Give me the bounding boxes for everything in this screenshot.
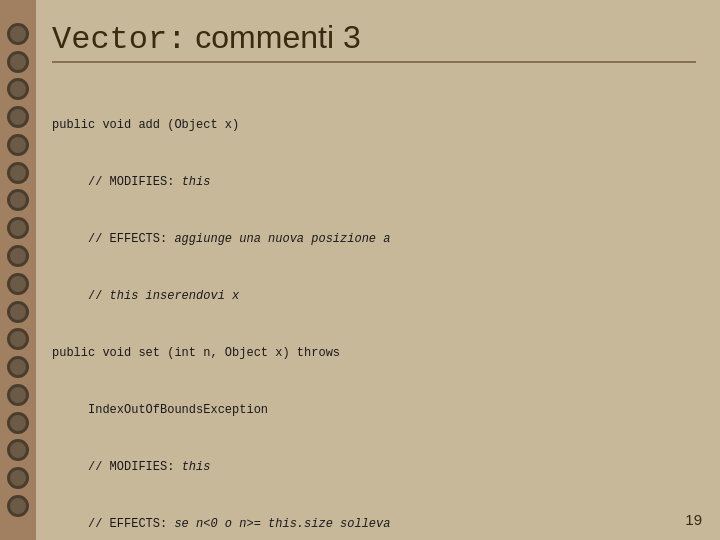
- code-line-4: // this inserendovi x: [52, 287, 696, 305]
- spiral-ring: [7, 356, 29, 378]
- code-line-5: public void set (int n, Object x) throws: [52, 344, 696, 362]
- spiral-ring: [7, 23, 29, 45]
- spiral-ring: [7, 162, 29, 184]
- slide: Vector: commenti 3 public void add (Obje…: [0, 0, 720, 540]
- spiral-ring: [7, 467, 29, 489]
- page-number: 19: [685, 511, 702, 528]
- code-line-3: // EFFECTS: aggiunge una nuova posizione…: [52, 230, 696, 248]
- code-block: public void add (Object x) // MODIFIES: …: [52, 77, 696, 540]
- spiral-ring: [7, 134, 29, 156]
- spiral-ring: [7, 217, 29, 239]
- spiral-ring: [7, 106, 29, 128]
- spiral-ring: [7, 495, 29, 517]
- code-line-8: // EFFECTS: se n<0 o n>= this.size solle…: [52, 515, 696, 533]
- slide-content: Vector: commenti 3 public void add (Obje…: [36, 0, 720, 540]
- title-normal-part: commenti 3: [186, 19, 360, 55]
- spiral-ring: [7, 412, 29, 434]
- spiral-ring: [7, 78, 29, 100]
- spiral-binding: [0, 0, 36, 540]
- code-line-2: // MODIFIES: this: [52, 173, 696, 191]
- code-line-1: public void add (Object x): [52, 116, 696, 134]
- code-line-6: IndexOutOfBoundsException: [52, 401, 696, 419]
- spiral-ring: [7, 51, 29, 73]
- spiral-ring: [7, 273, 29, 295]
- spiral-ring: [7, 384, 29, 406]
- code-line-7: // MODIFIES: this: [52, 458, 696, 476]
- spiral-ring: [7, 439, 29, 461]
- slide-title: Vector: commenti 3: [52, 20, 696, 63]
- spiral-ring: [7, 245, 29, 267]
- spiral-ring: [7, 189, 29, 211]
- title-mono-part: Vector:: [52, 21, 186, 58]
- spiral-ring: [7, 301, 29, 323]
- spiral-ring: [7, 328, 29, 350]
